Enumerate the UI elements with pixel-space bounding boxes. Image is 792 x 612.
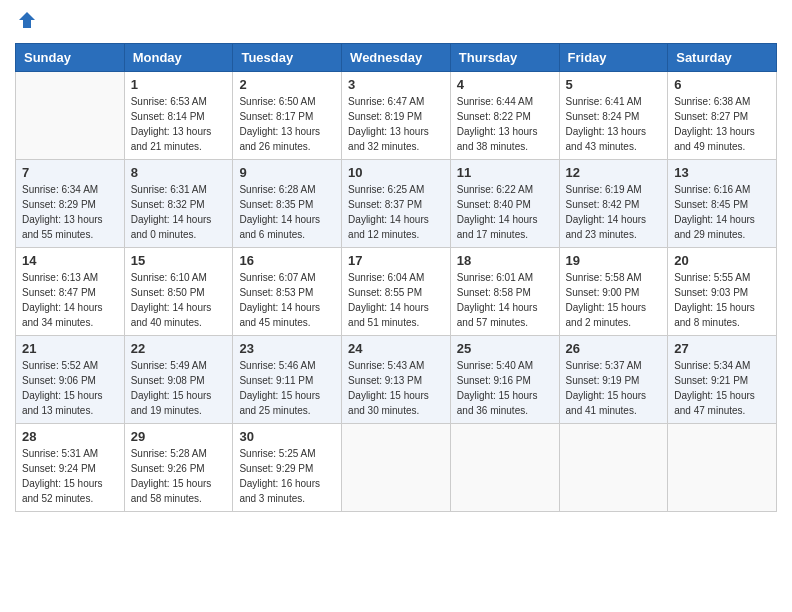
calendar-cell: 8Sunrise: 6:31 AM Sunset: 8:32 PM Daylig… <box>124 160 233 248</box>
day-info: Sunrise: 6:50 AM Sunset: 8:17 PM Dayligh… <box>239 94 335 154</box>
day-info: Sunrise: 6:34 AM Sunset: 8:29 PM Dayligh… <box>22 182 118 242</box>
day-number: 14 <box>22 253 118 268</box>
calendar-cell <box>450 424 559 512</box>
day-info: Sunrise: 6:53 AM Sunset: 8:14 PM Dayligh… <box>131 94 227 154</box>
header <box>15 10 777 35</box>
calendar-cell: 13Sunrise: 6:16 AM Sunset: 8:45 PM Dayli… <box>668 160 777 248</box>
calendar-cell <box>16 72 125 160</box>
day-info: Sunrise: 6:44 AM Sunset: 8:22 PM Dayligh… <box>457 94 553 154</box>
day-info: Sunrise: 5:55 AM Sunset: 9:03 PM Dayligh… <box>674 270 770 330</box>
calendar-header-thursday: Thursday <box>450 44 559 72</box>
day-number: 27 <box>674 341 770 356</box>
svg-marker-0 <box>19 12 35 28</box>
day-info: Sunrise: 5:58 AM Sunset: 9:00 PM Dayligh… <box>566 270 662 330</box>
day-number: 8 <box>131 165 227 180</box>
calendar-cell: 22Sunrise: 5:49 AM Sunset: 9:08 PM Dayli… <box>124 336 233 424</box>
calendar-cell: 19Sunrise: 5:58 AM Sunset: 9:00 PM Dayli… <box>559 248 668 336</box>
calendar-week-row: 7Sunrise: 6:34 AM Sunset: 8:29 PM Daylig… <box>16 160 777 248</box>
calendar-cell: 17Sunrise: 6:04 AM Sunset: 8:55 PM Dayli… <box>342 248 451 336</box>
day-number: 28 <box>22 429 118 444</box>
day-info: Sunrise: 6:04 AM Sunset: 8:55 PM Dayligh… <box>348 270 444 330</box>
calendar-cell: 7Sunrise: 6:34 AM Sunset: 8:29 PM Daylig… <box>16 160 125 248</box>
calendar-cell: 26Sunrise: 5:37 AM Sunset: 9:19 PM Dayli… <box>559 336 668 424</box>
day-info: Sunrise: 6:22 AM Sunset: 8:40 PM Dayligh… <box>457 182 553 242</box>
day-number: 2 <box>239 77 335 92</box>
calendar-cell: 12Sunrise: 6:19 AM Sunset: 8:42 PM Dayli… <box>559 160 668 248</box>
calendar-cell: 29Sunrise: 5:28 AM Sunset: 9:26 PM Dayli… <box>124 424 233 512</box>
calendar-header-tuesday: Tuesday <box>233 44 342 72</box>
day-info: Sunrise: 6:13 AM Sunset: 8:47 PM Dayligh… <box>22 270 118 330</box>
calendar-header-friday: Friday <box>559 44 668 72</box>
day-info: Sunrise: 5:25 AM Sunset: 9:29 PM Dayligh… <box>239 446 335 506</box>
calendar-cell: 30Sunrise: 5:25 AM Sunset: 9:29 PM Dayli… <box>233 424 342 512</box>
day-info: Sunrise: 6:47 AM Sunset: 8:19 PM Dayligh… <box>348 94 444 154</box>
day-info: Sunrise: 5:40 AM Sunset: 9:16 PM Dayligh… <box>457 358 553 418</box>
day-info: Sunrise: 6:28 AM Sunset: 8:35 PM Dayligh… <box>239 182 335 242</box>
day-number: 7 <box>22 165 118 180</box>
day-number: 3 <box>348 77 444 92</box>
day-number: 17 <box>348 253 444 268</box>
calendar-cell: 25Sunrise: 5:40 AM Sunset: 9:16 PM Dayli… <box>450 336 559 424</box>
day-info: Sunrise: 5:49 AM Sunset: 9:08 PM Dayligh… <box>131 358 227 418</box>
calendar-cell: 9Sunrise: 6:28 AM Sunset: 8:35 PM Daylig… <box>233 160 342 248</box>
calendar-cell: 11Sunrise: 6:22 AM Sunset: 8:40 PM Dayli… <box>450 160 559 248</box>
calendar-cell: 18Sunrise: 6:01 AM Sunset: 8:58 PM Dayli… <box>450 248 559 336</box>
logo-icon <box>17 10 37 30</box>
day-number: 16 <box>239 253 335 268</box>
day-number: 5 <box>566 77 662 92</box>
day-number: 12 <box>566 165 662 180</box>
calendar-header-row: SundayMondayTuesdayWednesdayThursdayFrid… <box>16 44 777 72</box>
day-info: Sunrise: 6:10 AM Sunset: 8:50 PM Dayligh… <box>131 270 227 330</box>
day-number: 20 <box>674 253 770 268</box>
day-number: 13 <box>674 165 770 180</box>
calendar-cell: 24Sunrise: 5:43 AM Sunset: 9:13 PM Dayli… <box>342 336 451 424</box>
day-number: 4 <box>457 77 553 92</box>
calendar-cell: 1Sunrise: 6:53 AM Sunset: 8:14 PM Daylig… <box>124 72 233 160</box>
calendar-cell: 15Sunrise: 6:10 AM Sunset: 8:50 PM Dayli… <box>124 248 233 336</box>
calendar-header-wednesday: Wednesday <box>342 44 451 72</box>
day-info: Sunrise: 6:25 AM Sunset: 8:37 PM Dayligh… <box>348 182 444 242</box>
day-number: 23 <box>239 341 335 356</box>
calendar-header-saturday: Saturday <box>668 44 777 72</box>
calendar-cell <box>668 424 777 512</box>
calendar-cell: 6Sunrise: 6:38 AM Sunset: 8:27 PM Daylig… <box>668 72 777 160</box>
calendar-cell: 4Sunrise: 6:44 AM Sunset: 8:22 PM Daylig… <box>450 72 559 160</box>
calendar-header-monday: Monday <box>124 44 233 72</box>
calendar-week-row: 28Sunrise: 5:31 AM Sunset: 9:24 PM Dayli… <box>16 424 777 512</box>
calendar-cell: 5Sunrise: 6:41 AM Sunset: 8:24 PM Daylig… <box>559 72 668 160</box>
day-info: Sunrise: 5:43 AM Sunset: 9:13 PM Dayligh… <box>348 358 444 418</box>
calendar-week-row: 14Sunrise: 6:13 AM Sunset: 8:47 PM Dayli… <box>16 248 777 336</box>
day-number: 29 <box>131 429 227 444</box>
calendar-cell: 10Sunrise: 6:25 AM Sunset: 8:37 PM Dayli… <box>342 160 451 248</box>
day-number: 6 <box>674 77 770 92</box>
day-number: 19 <box>566 253 662 268</box>
day-number: 22 <box>131 341 227 356</box>
day-info: Sunrise: 5:46 AM Sunset: 9:11 PM Dayligh… <box>239 358 335 418</box>
day-info: Sunrise: 5:28 AM Sunset: 9:26 PM Dayligh… <box>131 446 227 506</box>
day-info: Sunrise: 6:01 AM Sunset: 8:58 PM Dayligh… <box>457 270 553 330</box>
day-number: 9 <box>239 165 335 180</box>
day-number: 25 <box>457 341 553 356</box>
day-info: Sunrise: 6:41 AM Sunset: 8:24 PM Dayligh… <box>566 94 662 154</box>
calendar-week-row: 21Sunrise: 5:52 AM Sunset: 9:06 PM Dayli… <box>16 336 777 424</box>
day-number: 26 <box>566 341 662 356</box>
calendar-cell: 16Sunrise: 6:07 AM Sunset: 8:53 PM Dayli… <box>233 248 342 336</box>
calendar-cell: 28Sunrise: 5:31 AM Sunset: 9:24 PM Dayli… <box>16 424 125 512</box>
calendar-cell: 2Sunrise: 6:50 AM Sunset: 8:17 PM Daylig… <box>233 72 342 160</box>
calendar-cell <box>342 424 451 512</box>
day-info: Sunrise: 5:52 AM Sunset: 9:06 PM Dayligh… <box>22 358 118 418</box>
day-number: 30 <box>239 429 335 444</box>
day-info: Sunrise: 5:34 AM Sunset: 9:21 PM Dayligh… <box>674 358 770 418</box>
day-number: 21 <box>22 341 118 356</box>
day-number: 10 <box>348 165 444 180</box>
day-info: Sunrise: 6:16 AM Sunset: 8:45 PM Dayligh… <box>674 182 770 242</box>
day-number: 11 <box>457 165 553 180</box>
calendar-cell <box>559 424 668 512</box>
calendar-header-sunday: Sunday <box>16 44 125 72</box>
calendar-cell: 3Sunrise: 6:47 AM Sunset: 8:19 PM Daylig… <box>342 72 451 160</box>
day-number: 18 <box>457 253 553 268</box>
calendar: SundayMondayTuesdayWednesdayThursdayFrid… <box>15 43 777 512</box>
day-number: 24 <box>348 341 444 356</box>
calendar-week-row: 1Sunrise: 6:53 AM Sunset: 8:14 PM Daylig… <box>16 72 777 160</box>
day-info: Sunrise: 6:31 AM Sunset: 8:32 PM Dayligh… <box>131 182 227 242</box>
